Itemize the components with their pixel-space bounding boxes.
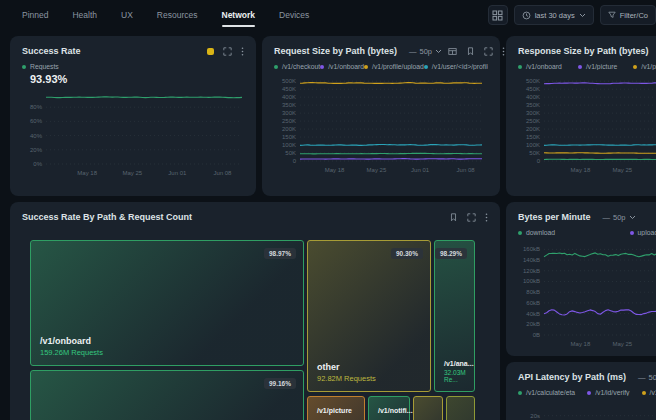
treemap-node--v1-onboard[interactable]: 98.97%/v1/onboard159.26M Requests: [30, 240, 304, 366]
success-rate-badge: 98.29%: [435, 248, 467, 259]
x-axis-tick: May 18: [325, 167, 345, 173]
panel-actions: [448, 47, 505, 56]
y-axis-tick: 200K: [526, 126, 540, 132]
panel-bytes-per-minute: Bytes per Minute — 50p downloadupload 0B…: [506, 202, 656, 356]
y-axis-tick: 100kB: [523, 278, 540, 284]
clock-icon: [522, 11, 531, 20]
expand-icon[interactable]: [223, 47, 232, 56]
y-axis-tick: 160kB: [523, 246, 540, 252]
dash: —: [638, 373, 646, 382]
legend-dot: [578, 65, 582, 69]
x-axis-tick: May 18: [571, 167, 591, 173]
legend-label: Requests: [30, 63, 59, 70]
dash: —: [603, 213, 611, 222]
y-axis-tick: 0B: [533, 332, 540, 338]
treemap-node[interactable]: [446, 396, 475, 420]
aggregation-label: 50p: [613, 213, 626, 222]
legend-label: /v1/onboard: [526, 63, 562, 70]
treemap-node--v1-picture[interactable]: /v1/picture: [307, 396, 365, 420]
kebab-menu-icon[interactable]: [502, 47, 505, 56]
panel-title: Request Size by Path (bytes): [274, 46, 397, 56]
panel-header: Success Rate By Path & Request Count: [10, 202, 500, 222]
y-axis-tick: 40kB: [526, 311, 540, 317]
legend-label: /v1/picture: [586, 63, 617, 70]
kebab-menu-icon[interactable]: [485, 213, 488, 222]
panel-api-latency: API Latency by Path (ms) — 50p /v1/calcu…: [506, 362, 656, 420]
node-request-count: 32.03M Re...: [444, 369, 474, 383]
legend-item[interactable]: /v1/onboard: [518, 63, 562, 70]
pin-icon[interactable]: [466, 47, 475, 56]
treemap-node[interactable]: [413, 396, 443, 420]
nav-tab-health[interactable]: Health: [72, 1, 97, 29]
treemap-node[interactable]: 99.16%: [30, 370, 304, 420]
pin-icon[interactable]: [449, 213, 458, 222]
aggregation-label: 50p: [420, 47, 433, 56]
y-axis-tick: 450K: [282, 86, 296, 92]
chevron-down-icon: [629, 215, 636, 220]
legend-dot: [22, 65, 26, 69]
nav-tab-network[interactable]: Network: [222, 1, 256, 29]
legend-item[interactable]: /v1/profil: [633, 63, 656, 70]
y-axis-tick: 140kB: [523, 257, 540, 263]
y-axis-tick: 200K: [282, 126, 296, 132]
legend-item[interactable]: /v1/onbo: [642, 389, 656, 396]
legend-dot: [364, 65, 368, 69]
legend-item[interactable]: /v1/picture: [578, 63, 617, 70]
nav-tab-resources[interactable]: Resources: [157, 1, 198, 29]
expand-icon[interactable]: [484, 47, 493, 56]
chevron-down-icon: [579, 13, 586, 18]
date-range-picker[interactable]: last 30 days: [514, 5, 594, 25]
y-axis-tick: 50K: [529, 150, 540, 156]
nav-tab-ux[interactable]: UX: [121, 1, 133, 29]
node-label-group: /v1/ana...32.03M Re...: [444, 360, 474, 383]
aggregation-dropdown[interactable]: — 50p: [603, 213, 636, 222]
filter-button[interactable]: Filter/Co: [600, 5, 656, 25]
y-axis-tick: 500K: [282, 78, 296, 84]
panel-actions: [207, 47, 244, 56]
legend-item[interactable]: download: [518, 229, 555, 236]
nav-tab-devices[interactable]: Devices: [279, 1, 309, 29]
chart-area: 050K100K150K200K250K300K350K400K450K500K…: [272, 74, 490, 178]
yellow-badge-icon[interactable]: [207, 48, 214, 55]
node-request-count: 159.26M Requests: [40, 348, 103, 357]
node-request-count: 92.82M Requests: [317, 374, 376, 383]
panel-header: API Latency by Path (ms) — 50p: [506, 362, 656, 382]
legend-item[interactable]: /v1/user/<id>/profile: [424, 63, 488, 70]
y-axis-tick: 450K: [526, 86, 540, 92]
legend-item[interactable]: /v1/onboard: [320, 63, 364, 70]
treemap-node-other[interactable]: 90.30%other92.82M Requests: [307, 240, 431, 392]
legend-label: /v1/checkout: [282, 63, 320, 70]
node-path-label: other: [317, 362, 376, 372]
y-axis-tick: 250K: [526, 118, 540, 124]
treemap-node--v1-notifi-[interactable]: /v1/notifi...: [368, 396, 410, 420]
y-axis-tick: 60kB: [526, 300, 540, 306]
legend-dot: [518, 231, 522, 235]
panel-title: API Latency by Path (ms): [518, 372, 626, 382]
legend-item[interactable]: /v1/id/verify: [587, 389, 629, 396]
kebab-menu-icon[interactable]: [241, 47, 244, 56]
legend-dot: [518, 65, 522, 69]
chart-legend: downloadupload: [518, 229, 656, 236]
panel-header: Response Size by Path (bytes) — 50p: [506, 36, 656, 56]
legend-dot: [518, 391, 522, 395]
apps-grid-icon: [492, 10, 503, 21]
treemap-node--v1-ana-[interactable]: 98.29%/v1/ana...32.03M Re...: [434, 240, 475, 392]
aggregation-dropdown[interactable]: — 50p: [409, 47, 442, 56]
aggregation-dropdown[interactable]: — 50p: [638, 373, 656, 382]
series-line-download: [544, 253, 656, 257]
legend-dot: [633, 65, 637, 69]
expand-icon[interactable]: [467, 213, 476, 222]
apps-grid-button[interactable]: [488, 5, 508, 25]
panel-header: Success Rate: [10, 36, 256, 56]
legend-item[interactable]: /v1/calculate/eta: [518, 389, 575, 396]
chart-area: 0%20%40%60%80%May 18May 25Jun 01Jun 08: [20, 89, 246, 181]
table-icon[interactable]: [448, 47, 457, 56]
legend-item[interactable]: /v1/checkout: [274, 63, 320, 70]
legend-item[interactable]: upload: [630, 229, 656, 236]
legend-item[interactable]: Requests: [22, 63, 59, 70]
nav-controls: last 30 days Filter/Co: [488, 5, 656, 25]
nav-tab-pinned[interactable]: Pinned: [22, 1, 48, 29]
legend-item[interactable]: /v1/profile/upload: [364, 63, 424, 70]
y-axis-tick: 40%: [30, 133, 43, 139]
legend-dot: [424, 65, 428, 69]
